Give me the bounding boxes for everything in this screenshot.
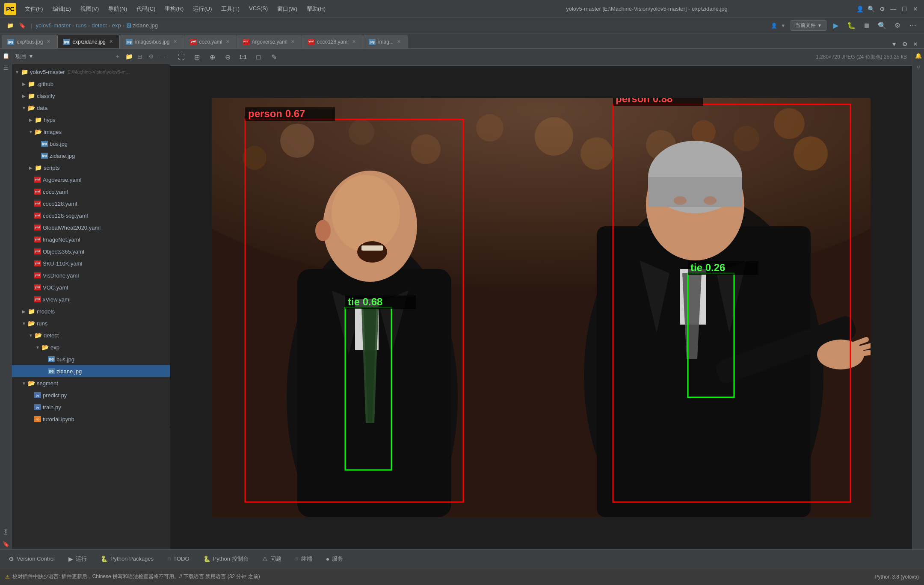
close-button[interactable]: ✕ — [911, 5, 920, 13]
tree-globalwheat-yaml[interactable]: ▶ yml GlobalWheat2020.yaml — [12, 222, 170, 233]
menu-code[interactable]: 代码(C) — [132, 3, 160, 15]
database-icon[interactable]: 🗄 — [1, 527, 11, 537]
tab-close-more[interactable]: ✕ — [396, 39, 402, 45]
tab-more-files[interactable]: jpg imag... ✕ — [363, 35, 408, 48]
stop-btn[interactable]: ⏹ — [861, 20, 873, 32]
terminal-btn[interactable]: ≡ 终端 — [292, 553, 316, 564]
user-dropdown[interactable]: ▼ — [781, 23, 785, 28]
zoom-in-btn[interactable]: ⊕ — [206, 51, 218, 63]
tree-imagenet-yaml[interactable]: ▶ yml ImageNet.yaml — [12, 233, 170, 245]
tree-train-py[interactable]: ▶ py train.py — [12, 401, 170, 413]
tab-close-coco128[interactable]: ✕ — [351, 39, 357, 45]
menu-view[interactable]: 视图(V) — [76, 3, 103, 15]
close-sidebar-icon[interactable]: — — [157, 52, 167, 61]
fit-window-btn[interactable]: ⛶ — [175, 51, 187, 63]
problems-btn[interactable]: ⚠ 问题 — [259, 553, 285, 564]
tree-coco-yaml[interactable]: ▶ yml coco.yaml — [12, 186, 170, 198]
python-version[interactable]: Python 3.8 (yolov5) — [875, 574, 919, 580]
tab-close-bus[interactable]: ✕ — [45, 39, 51, 45]
tab-bus-jpg[interactable]: jpg exp\bus.jpg ✕ — [2, 35, 57, 48]
git-icon[interactable]: ⑂ — [913, 62, 924, 73]
maximize-button[interactable]: ☐ — [900, 5, 909, 13]
bookmark-side-icon[interactable]: 🔖 — [1, 539, 11, 549]
tree-detect[interactable]: ▼ 📂 detect — [12, 329, 170, 341]
menu-file[interactable]: 文件(F) — [21, 3, 47, 15]
run-status-btn[interactable]: ▶ 运行 — [65, 553, 90, 564]
tree-images[interactable]: ▼ 📂 images — [12, 126, 170, 138]
python-packages-btn[interactable]: 🐍 Python Packages — [97, 554, 157, 564]
tree-github[interactable]: ▶ 📁 .github — [12, 78, 170, 90]
border-btn[interactable]: □ — [252, 51, 264, 63]
python-console-btn[interactable]: 🐍 Python 控制台 — [200, 553, 252, 564]
breadcrumb-root[interactable]: yolov5-master — [36, 22, 71, 29]
notifications-icon[interactable]: 🔔 — [913, 50, 924, 61]
eyedropper-btn[interactable]: ✎ — [268, 51, 280, 63]
tree-argoverse-yaml[interactable]: ▶ yml Argoverse.yaml — [12, 174, 170, 186]
version-control-btn[interactable]: ⚙ Version Control — [5, 554, 58, 564]
search-run-icon[interactable]: 🔍 — [876, 20, 888, 32]
tab-images-bus[interactable]: jpg images\bus.jpg ✕ — [120, 35, 184, 48]
more-run-icon[interactable]: ⋯ — [907, 20, 919, 32]
menu-tools[interactable]: 工具(T) — [217, 3, 244, 15]
tab-dropdown-btn[interactable]: ▼ — [889, 40, 899, 48]
todo-btn[interactable]: ≡ TODO — [164, 554, 193, 564]
new-file-icon[interactable]: + — [113, 52, 122, 61]
tree-objects365-yaml[interactable]: ▶ yml Objects365.yaml — [12, 245, 170, 257]
menu-vcs[interactable]: VCS(S) — [245, 3, 272, 15]
project-view-icon[interactable]: 📁 — [5, 21, 15, 31]
tree-root[interactable]: ▼ 📁 yolov5-master E:\Machine-Vision\yolo… — [12, 66, 170, 78]
minimize-button[interactable]: — — [889, 5, 897, 13]
breadcrumb-runs[interactable]: runs — [76, 22, 86, 29]
bookmark-icon[interactable]: 🔖 — [17, 21, 27, 31]
menu-window[interactable]: 窗口(W) — [273, 3, 302, 15]
tree-tutorial-ipynb[interactable]: ▶ nb tutorial.ipynb — [12, 413, 170, 425]
settings-sidebar-icon[interactable]: ⚙ — [146, 52, 156, 61]
project-arrow[interactable]: ▼ — [28, 53, 34, 59]
tree-coco128-yaml[interactable]: ▶ yml coco128.yaml — [12, 198, 170, 210]
settings-icon[interactable]: ⚙ — [878, 5, 886, 13]
settings-run-icon[interactable]: ⚙ — [891, 20, 903, 32]
tab-zidane-jpg[interactable]: jpg exp\zidane.jpg ✕ — [57, 35, 119, 48]
menu-navigate[interactable]: 导航(N) — [104, 3, 131, 15]
menu-refactor[interactable]: 重构(R) — [160, 3, 188, 15]
tree-classify[interactable]: ▶ 📁 classify — [12, 90, 170, 102]
tree-exp-zidane[interactable]: ▶ jpg zidane.jpg — [12, 365, 170, 377]
tree-zidane-data-jpg[interactable]: ▶ jpg zidane.jpg — [12, 150, 170, 162]
structure-icon[interactable]: ☰ — [1, 62, 11, 73]
actual-size-btn[interactable]: 1:1 — [237, 51, 249, 63]
tree-voc-yaml[interactable]: ▶ yml VOC.yaml — [12, 281, 170, 293]
debug-btn[interactable]: 🐛 — [845, 20, 857, 32]
tree-scripts[interactable]: ▶ 📁 scripts — [12, 162, 170, 174]
grid-btn[interactable]: ⊞ — [191, 51, 203, 63]
zoom-out-btn[interactable]: ⊖ — [222, 51, 234, 63]
tab-argoverse-yaml[interactable]: yml Argoverse.yaml ✕ — [237, 35, 302, 48]
collapse-icon[interactable]: ⊟ — [135, 52, 145, 61]
tree-predict-py[interactable]: ▶ py predict.py — [12, 389, 170, 401]
user-icon[interactable]: 👤 — [856, 5, 864, 13]
services-btn[interactable]: ● 服务 — [323, 553, 346, 564]
search-icon[interactable]: 🔍 — [867, 5, 875, 13]
breadcrumb-detect[interactable]: detect — [92, 22, 107, 29]
new-folder-icon[interactable]: 📁 — [124, 52, 133, 61]
menu-run[interactable]: 运行(U) — [189, 3, 216, 15]
tab-coco-yaml[interactable]: yml coco.yaml ✕ — [184, 35, 237, 48]
tree-bus-jpg[interactable]: ▶ jpg bus.jpg — [12, 138, 170, 150]
tree-visdrone-yaml[interactable]: ▶ yml VisDrone.yaml — [12, 269, 170, 281]
tab-close-all-btn[interactable]: ✕ — [911, 40, 920, 48]
tab-close-argoverse[interactable]: ✕ — [290, 39, 296, 45]
project-icon[interactable]: 📋 — [1, 50, 11, 61]
tree-xview-yaml[interactable]: ▶ yml xView.yaml — [12, 293, 170, 305]
menu-edit[interactable]: 编辑(E) — [48, 3, 75, 15]
tree-sku110k-yaml[interactable]: ▶ yml SKU-110K.yaml — [12, 257, 170, 269]
tab-coco128-yaml[interactable]: yml coco128.yaml ✕ — [302, 35, 363, 48]
tree-exp[interactable]: ▼ 📂 exp — [12, 341, 170, 353]
tree-segment[interactable]: ▼ 📂 segment — [12, 377, 170, 389]
current-file-btn[interactable]: 当前文件 ▼ — [791, 20, 826, 31]
tab-settings-btn[interactable]: ⚙ — [900, 40, 909, 48]
tree-models[interactable]: ▶ 📁 models — [12, 305, 170, 317]
tree-runs[interactable]: ▼ 📂 runs — [12, 317, 170, 329]
tab-close-coco[interactable]: ✕ — [225, 39, 231, 45]
tree-data[interactable]: ▼ 📂 data — [12, 102, 170, 114]
tree-hyps[interactable]: ▶ 📁 hyps — [12, 114, 170, 126]
tree-coco128seg-yaml[interactable]: ▶ yml coco128-seg.yaml — [12, 210, 170, 222]
